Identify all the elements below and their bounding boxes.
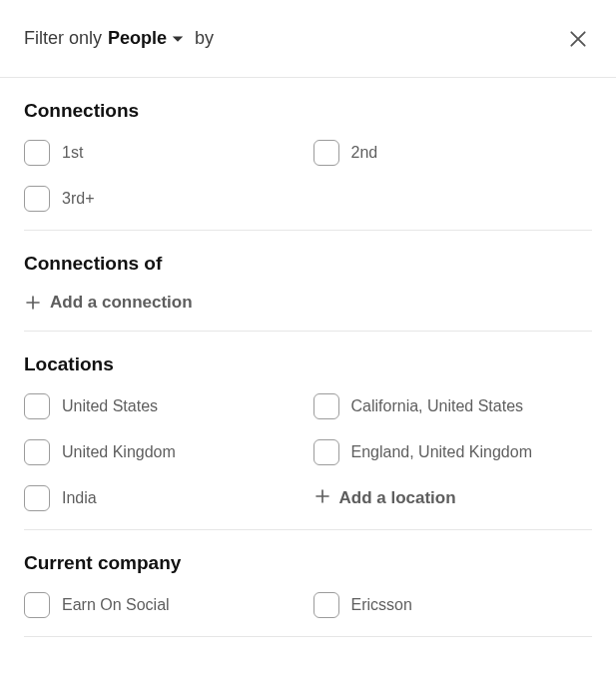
section-connections-of: Connections of Add a connection xyxy=(24,253,592,332)
option-1st: 1st xyxy=(24,140,304,166)
section-title-locations: Locations xyxy=(24,353,592,375)
close-button[interactable] xyxy=(564,25,592,53)
option-label: 1st xyxy=(62,144,83,162)
checkbox-india[interactable] xyxy=(24,485,50,511)
filter-scroll-area[interactable]: Connections 1st 2nd 3rd+ Connections of xyxy=(0,78,616,690)
option-label: California, United States xyxy=(351,397,524,415)
checkbox-1st[interactable] xyxy=(24,140,50,166)
option-ericsson: Ericsson xyxy=(313,592,593,618)
checkbox-england[interactable] xyxy=(313,439,339,465)
option-india: India xyxy=(24,485,304,511)
option-label: England, United Kingdom xyxy=(351,443,532,461)
filter-suffix-text: by xyxy=(195,28,214,49)
checkbox-united-kingdom[interactable] xyxy=(24,439,50,465)
filter-prefix-text: Filter only xyxy=(24,28,102,49)
add-location-label: Add a location xyxy=(339,488,456,508)
add-connection-button[interactable]: Add a connection xyxy=(24,293,592,313)
section-title-connections: Connections xyxy=(24,100,592,122)
checkbox-earn-on-social[interactable] xyxy=(24,592,50,618)
checkbox-california[interactable] xyxy=(313,393,339,419)
add-location-button[interactable]: Add a location xyxy=(313,485,593,511)
add-connection-label: Add a connection xyxy=(50,293,193,313)
option-2nd: 2nd xyxy=(313,140,593,166)
option-label: 3rd+ xyxy=(62,190,94,208)
checkbox-ericsson[interactable] xyxy=(313,592,339,618)
section-locations: Locations United States California, Unit… xyxy=(24,353,592,530)
checkbox-3rd-plus[interactable] xyxy=(24,186,50,212)
option-united-kingdom: United Kingdom xyxy=(24,439,304,465)
option-label: 2nd xyxy=(351,144,378,162)
checkbox-united-states[interactable] xyxy=(24,393,50,419)
option-earn-on-social: Earn On Social xyxy=(24,592,304,618)
filter-entity-label: People xyxy=(108,28,167,49)
plus-icon xyxy=(24,294,42,312)
plus-icon xyxy=(313,487,331,509)
section-connections: Connections 1st 2nd 3rd+ xyxy=(24,100,592,231)
option-united-states: United States xyxy=(24,393,304,419)
close-icon xyxy=(568,29,588,49)
section-current-company: Current company Earn On Social Ericsson xyxy=(24,552,592,637)
checkbox-2nd[interactable] xyxy=(313,140,339,166)
option-label: India xyxy=(62,489,97,507)
option-label: United States xyxy=(62,397,158,415)
section-title-current-company: Current company xyxy=(24,552,592,574)
option-label: Earn On Social xyxy=(62,596,170,614)
caret-down-icon xyxy=(171,32,185,46)
option-3rd-plus: 3rd+ xyxy=(24,186,304,212)
option-california: California, United States xyxy=(313,393,593,419)
option-england: England, United Kingdom xyxy=(313,439,593,465)
option-label: Ericsson xyxy=(351,596,412,614)
scroll-filler xyxy=(24,659,592,690)
filter-header: Filter only People by xyxy=(0,0,616,78)
entity-dropdown-toggle[interactable] xyxy=(171,32,185,46)
option-label: United Kingdom xyxy=(62,443,176,461)
section-title-connections-of: Connections of xyxy=(24,253,592,275)
